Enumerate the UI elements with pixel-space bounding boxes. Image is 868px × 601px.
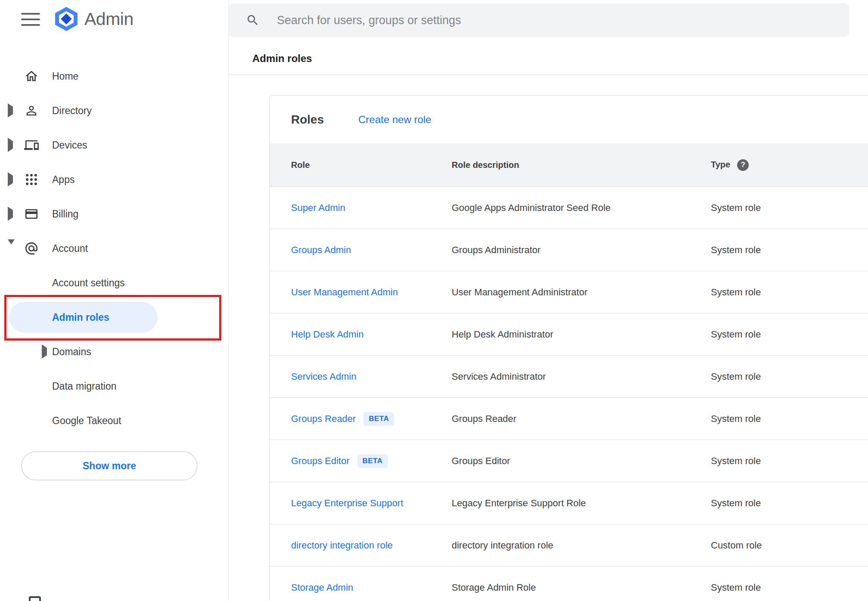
beta-badge: BETA	[357, 454, 388, 468]
role-description: Help Desk Administrator	[452, 329, 711, 340]
help-icon[interactable]: ?	[737, 159, 749, 171]
table-header-row: Role Role description Type?	[270, 143, 868, 187]
column-header-type: Type?	[711, 159, 868, 171]
roles-card: Roles Create new role Role Role descript…	[270, 95, 868, 601]
sidebar-item-label: Google Takeout	[52, 415, 121, 427]
chevron-right-icon[interactable]	[8, 210, 13, 218]
sidebar-item-label: Apps	[52, 174, 74, 186]
chevron-right-icon[interactable]	[8, 176, 13, 183]
table-row[interactable]: Help Desk Admin Help Desk Administrator …	[270, 313, 868, 356]
role-link[interactable]: User Management Admin	[291, 287, 398, 297]
sidebar-item-label: Admin roles	[52, 312, 109, 323]
role-type: System role	[711, 455, 868, 467]
chevron-right-icon[interactable]	[42, 348, 47, 356]
role-link[interactable]: directory integration role	[291, 540, 393, 551]
role-cell: Groups ReaderBETA	[291, 412, 452, 426]
role-type: System role	[711, 413, 868, 424]
credit-card-icon	[24, 207, 39, 221]
role-description: Legacy Enterprise Support Role	[452, 498, 711, 509]
role-link[interactable]: Legacy Enterprise Support	[291, 498, 403, 508]
column-header-type-label: Type	[711, 159, 730, 169]
role-link[interactable]: Storage Admin	[291, 582, 353, 593]
role-link[interactable]: Groups Admin	[291, 245, 351, 255]
show-more-button[interactable]: Show more	[21, 451, 198, 480]
role-type: System role	[711, 245, 868, 256]
role-cell: Help Desk Admin	[291, 329, 452, 340]
search-icon	[246, 13, 260, 27]
sidebar-item-label: Account	[52, 243, 88, 254]
chevron-down-icon[interactable]	[8, 245, 15, 252]
sidebar-item-google-takeout[interactable]: Google Takeout	[0, 403, 228, 438]
column-header-description: Role description	[452, 160, 711, 170]
role-cell: Storage Admin	[291, 582, 452, 593]
apps-grid-icon	[24, 172, 39, 187]
person-icon	[24, 103, 39, 118]
sidebar-item-domains[interactable]: Domains	[0, 335, 228, 369]
role-description: Storage Admin Role	[452, 582, 711, 593]
role-type: System role	[711, 371, 868, 382]
sidebar-item-account-settings[interactable]: Account settings	[0, 266, 228, 300]
breadcrumb: Admin roles	[252, 53, 312, 65]
sidebar-item-label: Account settings	[52, 277, 125, 289]
search-input[interactable]	[277, 14, 849, 27]
role-cell: Super Admin	[291, 202, 452, 214]
chevron-right-icon[interactable]	[8, 107, 13, 115]
table-row[interactable]: Groups ReaderBETA Groups Reader System r…	[270, 398, 868, 440]
table-row[interactable]: directory integration role directory int…	[270, 524, 868, 567]
role-link[interactable]: Groups Editor	[291, 455, 350, 466]
role-description: Google Apps Administrator Seed Role	[452, 202, 711, 214]
header-divider	[229, 74, 868, 75]
roles-table-body: Super Admin Google Apps Administrator Se…	[270, 187, 868, 601]
role-description: Services Administrator	[452, 371, 711, 382]
table-row[interactable]: Groups EditorBETA Groups Editor System r…	[270, 440, 868, 482]
sidebar-item-admin-roles[interactable]: Admin roles	[0, 300, 228, 335]
sidebar-item-label: Domains	[52, 346, 91, 358]
table-row[interactable]: User Management Admin User Management Ad…	[270, 271, 868, 313]
sidebar-nav: Home Directory Devices	[0, 59, 228, 438]
beta-badge: BETA	[363, 412, 394, 426]
sidebar-item-label: Devices	[52, 139, 87, 151]
main-area: Admin roles Roles Create new role Role R…	[229, 0, 868, 601]
home-icon	[24, 69, 39, 84]
sidebar-item-label: Billing	[52, 208, 78, 220]
role-link[interactable]: Help Desk Admin	[291, 329, 364, 340]
role-description: directory integration role	[452, 540, 711, 551]
sidebar-item-home[interactable]: Home	[0, 59, 228, 93]
role-link[interactable]: Services Admin	[291, 371, 356, 382]
table-row[interactable]: Groups Admin Groups Administrator System…	[270, 229, 868, 271]
role-description: Groups Reader	[452, 413, 711, 424]
role-type: System role	[711, 329, 868, 340]
app-name: Admin	[84, 9, 133, 29]
column-header-role: Role	[291, 160, 452, 170]
menu-icon[interactable]	[21, 13, 40, 26]
at-sign-icon	[24, 241, 39, 256]
sidebar-item-apps[interactable]: Apps	[0, 162, 228, 197]
sidebar-item-label: Data migration	[52, 381, 117, 392]
role-cell: Services Admin	[291, 371, 452, 382]
role-link[interactable]: Super Admin	[291, 202, 345, 213]
admin-logo[interactable]: Admin	[55, 7, 133, 31]
search-bar[interactable]	[229, 3, 849, 37]
sidebar-item-directory[interactable]: Directory	[0, 93, 228, 128]
sidebar-item-data-migration[interactable]: Data migration	[0, 369, 228, 403]
admin-hexagon-icon	[55, 7, 78, 31]
role-type: System role	[711, 582, 868, 593]
role-description: User Management Administrator	[452, 287, 711, 298]
role-link[interactable]: Groups Reader	[291, 413, 356, 424]
table-row[interactable]: Services Admin Services Administrator Sy…	[270, 356, 868, 398]
role-type: System role	[711, 287, 868, 298]
table-row[interactable]: Legacy Enterprise Support Legacy Enterpr…	[270, 482, 868, 524]
role-type: Custom role	[711, 540, 868, 551]
role-cell: Groups EditorBETA	[291, 454, 452, 468]
role-description: Groups Administrator	[452, 245, 711, 256]
table-row[interactable]: Storage Admin Storage Admin Role System …	[270, 567, 868, 601]
sidebar-item-account[interactable]: Account	[0, 231, 228, 266]
create-new-role-link[interactable]: Create new role	[358, 114, 431, 126]
role-cell: User Management Admin	[291, 287, 452, 298]
chevron-right-icon[interactable]	[8, 141, 13, 149]
sidebar-item-devices[interactable]: Devices	[0, 128, 228, 162]
table-row[interactable]: Super Admin Google Apps Administrator Se…	[270, 187, 868, 229]
devices-icon	[24, 138, 39, 152]
partial-cutoff-icon	[29, 596, 41, 601]
sidebar-item-billing[interactable]: Billing	[0, 197, 228, 231]
